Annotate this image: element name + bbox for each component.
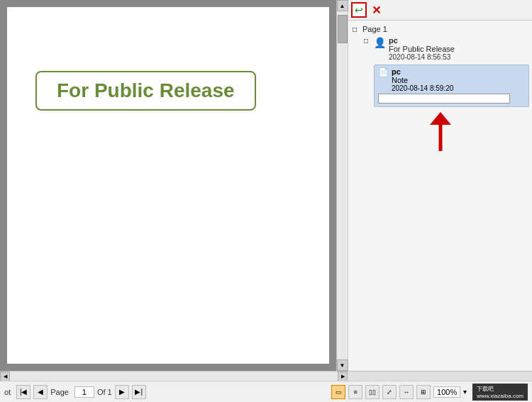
view-facing-btn[interactable]: ▯▯ (365, 385, 379, 399)
nav-prev-btn[interactable]: ◀ (33, 385, 48, 399)
page-label-status: Page (50, 388, 69, 396)
note-input[interactable] (378, 94, 510, 104)
page-tree-item: □ Page 1 □ 👤 pc For Public Release 2 (351, 23, 529, 107)
scroll-up-btn[interactable]: ▲ (337, 0, 348, 11)
expand-icon: □ (353, 26, 360, 33)
h-scroll-right[interactable]: ▶ (338, 372, 348, 381)
nav-first-btn[interactable]: |◀ (16, 385, 31, 399)
h-scroll-right-filler (348, 372, 532, 381)
right-panel: ↩ ✕ □ Page 1 □ 👤 (348, 0, 532, 371)
status-left-text: ot (4, 388, 11, 396)
comment2-row[interactable]: 📄 pc Note 2020-08-14 8:59:20 (374, 65, 529, 107)
red-arrow-svg (423, 112, 458, 155)
view-fit-btn[interactable]: ⤢ (382, 385, 397, 399)
watermark: 下载吧www.xiazaiba.com (472, 384, 528, 401)
reply-button[interactable]: ↩ (351, 2, 367, 18)
nav-last-btn[interactable]: ▶| (132, 385, 146, 399)
h-scroll-left[interactable]: ◀ (0, 372, 10, 381)
stamp-text: For Public Release (35, 71, 256, 111)
page-number[interactable]: 1 (74, 386, 94, 398)
doc-vertical-scrollbar[interactable]: ▲ ▼ (336, 0, 348, 371)
h-scroll-bar[interactable]: ◀ ▶ (0, 371, 532, 381)
doc-page: For Public Release (7, 7, 329, 364)
comment1-text: pc For Public Release 2020-08-14 8:56:53 (389, 36, 455, 61)
panel-toolbar: ↩ ✕ (348, 0, 532, 21)
scroll-down-btn[interactable]: ▼ (337, 359, 348, 371)
zoom-dropdown-icon[interactable]: ▾ (463, 388, 467, 396)
main-container: For Public Release ▲ ▼ ↩ ✕ □ (0, 0, 532, 371)
expand-icon-c1: □ (364, 37, 371, 45)
page-children: □ 👤 pc For Public Release 2020-08-14 8:5… (362, 35, 529, 107)
page-label: Page 1 (362, 25, 387, 33)
comments-panel: □ Page 1 □ 👤 pc For Public Release 2 (348, 21, 532, 371)
nav-next-btn[interactable]: ▶ (115, 385, 129, 399)
of-text: Of 1 (97, 388, 112, 396)
h-scroll-track[interactable] (10, 372, 338, 381)
reply-icon: ↩ (355, 4, 363, 16)
scroll-track[interactable] (337, 11, 348, 359)
scroll-thumb[interactable] (338, 15, 348, 43)
view-thumbnails-btn[interactable]: ⊞ (416, 385, 431, 399)
status-bar: ot |◀ ◀ Page 1 Of 1 ▶ ▶| ▭ ≡ ▯▯ ⤢ ↔ ⊞ 10… (0, 381, 532, 402)
view-width-btn[interactable]: ↔ (399, 385, 414, 399)
view-single-btn[interactable]: ▭ (331, 385, 345, 399)
doc-area: For Public Release ▲ ▼ (0, 0, 348, 371)
zoom-level[interactable]: 100% (433, 386, 460, 398)
arrow-container (351, 108, 529, 151)
note-icon: 📄 (378, 67, 389, 77)
page-row[interactable]: □ Page 1 (351, 23, 529, 35)
comment1-row[interactable]: □ 👤 pc For Public Release 2020-08-14 8:5… (362, 35, 529, 62)
user-icon-c1: 👤 (374, 37, 386, 48)
comment2-text: pc Note 2020-08-14 8:59:20 (392, 67, 453, 92)
svg-marker-1 (430, 112, 451, 125)
delete-button[interactable]: ✕ (368, 2, 384, 18)
view-continuous-btn[interactable]: ≡ (348, 385, 362, 399)
